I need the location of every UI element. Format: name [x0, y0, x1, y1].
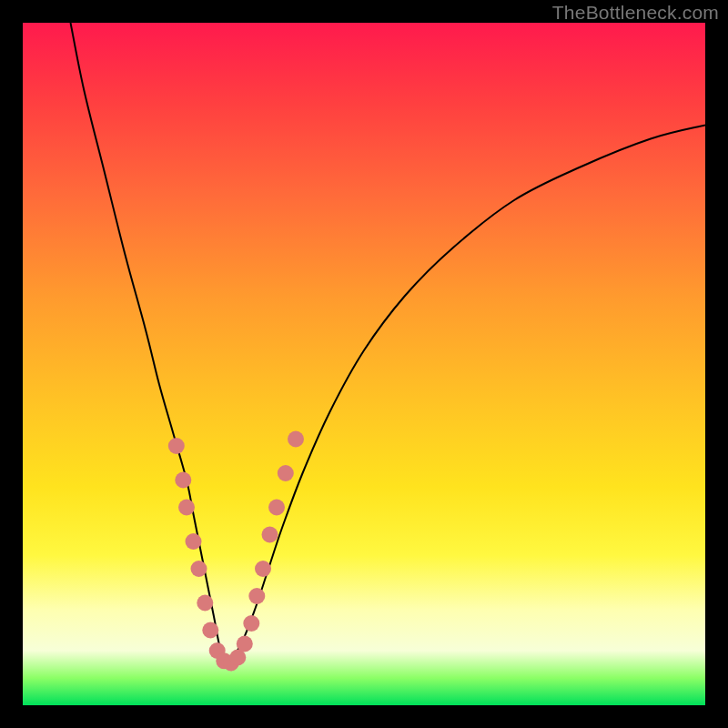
highlight-dot: [186, 533, 202, 550]
right-branch: [228, 126, 705, 665]
highlight-dot: [202, 622, 218, 639]
highlight-dot: [262, 527, 278, 543]
highlight-dot: [197, 595, 213, 612]
highlight-dot: [255, 561, 271, 577]
highlight-dot: [288, 431, 304, 448]
plot-area: [23, 23, 705, 705]
highlight-dot: [168, 438, 185, 454]
watermark-text: TheBottleneck.com: [552, 2, 719, 24]
highlight-dot: [175, 472, 191, 489]
highlight-dot: [268, 500, 285, 516]
outer-frame: TheBottleneck.com: [0, 0, 728, 728]
curve-layer: [23, 23, 705, 705]
highlight-dot: [237, 636, 253, 652]
highlight-dot: [191, 561, 207, 577]
highlight-dot: [248, 588, 265, 604]
highlight-dots: [168, 431, 304, 672]
highlight-dot: [278, 465, 294, 481]
highlight-dot: [243, 615, 259, 632]
highlight-dot: [178, 500, 195, 516]
